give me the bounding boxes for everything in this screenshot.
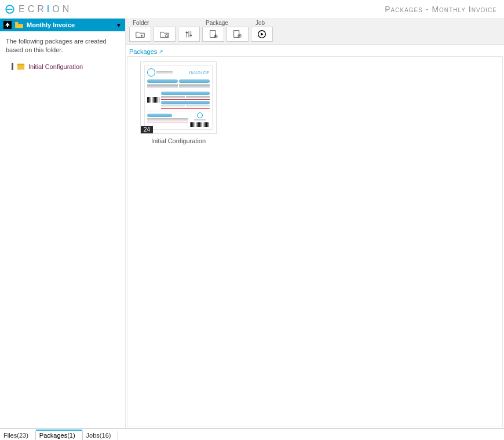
svg-point-11 [239,35,240,37]
package-thumbnail[interactable]: INVOICE [140,61,217,134]
svg-point-4 [165,34,168,37]
sidebar-item-marker-icon [12,63,13,70]
footer-tab-label: Files [3,432,17,439]
package-card-label: Initial Configuration [151,137,206,144]
package-settings-button[interactable] [227,27,249,42]
sidebar-description: The following packages are created based… [0,31,125,54]
page-new-icon [208,29,218,39]
up-arrow-icon[interactable] [3,21,12,29]
toolbar-group-package-label: Package [206,20,255,26]
brand-logo-icon [5,4,15,14]
folder-new-button[interactable] [129,27,151,42]
svg-rect-3 [17,63,24,65]
footer-tab-label: Jobs [86,432,100,439]
toolbar: Folder Package Job [126,19,504,45]
footer-tab-jobs[interactable]: Jobs(16) [83,431,119,440]
folder-icon [15,21,23,28]
footer-tabs: Files(23) Packages(1) Jobs(16) [0,428,504,440]
sliders-icon [184,29,194,39]
sidebar-package-list: Initial Configuration [0,54,125,71]
footer-tab-packages[interactable]: Packages(1) [36,431,83,440]
packages-section-title-text: Packages [129,48,157,55]
folder-tools-button[interactable] [178,27,200,42]
packages-panel: INVOICE [127,56,503,427]
packages-section-title[interactable]: Packages ↗ [126,45,504,56]
toolbar-group-folder-label: Folder [129,20,206,26]
package-card-initial-configuration[interactable]: INVOICE [132,61,225,144]
main: Folder Package Job [126,19,504,428]
popout-icon[interactable]: ↗ [159,49,163,54]
svg-rect-6 [190,35,192,36]
job-run-button[interactable] [251,27,273,42]
sidebar-current-folder-label: Monthly Invoice [27,21,75,28]
sidebar-current-folder[interactable]: Monthly Invoice ▼ [0,19,125,31]
svg-rect-5 [186,32,188,33]
brand-name: ECRION [19,4,72,14]
sidebar-item-initial-configuration[interactable]: Initial Configuration [12,63,125,71]
brand: ECRION [5,4,72,14]
folder-new-icon [135,29,145,39]
toolbar-group-job-label: Job [255,20,302,26]
footer-tab-files[interactable]: Files(23) [0,431,36,440]
invoice-preview-icon: INVOICE [144,66,213,130]
sidebar-item-label: Initial Configuration [28,63,83,70]
folder-settings-button[interactable] [154,27,176,42]
breadcrumb: Packages - Monthly Invoice [385,5,497,14]
app-header: ECRION Packages - Monthly Invoice [0,0,504,19]
package-new-button[interactable] [202,27,224,42]
package-page-count-badge: 24 [141,126,153,133]
svg-rect-2 [17,64,24,70]
page-gear-icon [232,29,243,39]
chevron-down-icon[interactable]: ▼ [116,22,122,28]
footer-tab-label: Packages [39,432,67,439]
toolbar-group-labels: Folder Package Job [129,20,501,26]
sidebar: Monthly Invoice ▼ The following packages… [0,19,126,428]
package-icon [17,63,25,71]
folder-gear-icon [159,29,170,39]
svg-rect-1 [15,22,18,24]
play-icon [257,29,267,39]
